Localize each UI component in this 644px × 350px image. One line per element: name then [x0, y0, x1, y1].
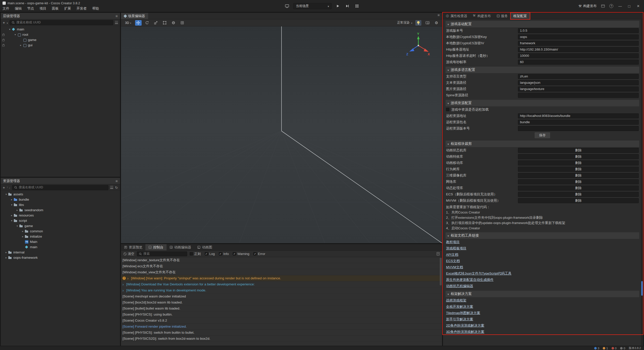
console-filter[interactable]: Warning	[233, 252, 249, 256]
solution-link[interactable]: 新手引导解决方案	[446, 317, 473, 322]
help-icon[interactable]	[609, 4, 613, 8]
section-header-modules[interactable]: 框架模块裁剪	[446, 141, 639, 147]
inspector-tab[interactable]: 服务	[494, 13, 511, 19]
menu-item[interactable]: 文件	[3, 6, 9, 11]
scene-camera-button[interactable]	[424, 20, 430, 26]
asset-node-row[interactable]: common	[1, 229, 120, 234]
info-count[interactable]: 3	[594, 347, 599, 350]
scene-editor-tab[interactable]: 场景编辑器	[121, 13, 148, 19]
solution-link[interactable]: 2D角色扮演游戏解决方案	[446, 323, 484, 328]
inspector-tab[interactable]: 构建发布	[470, 13, 494, 19]
doc-link[interactable]: 游戏模板项目	[446, 246, 466, 251]
config-input[interactable]: zh,en	[518, 74, 639, 79]
package-icon[interactable]	[601, 5, 605, 8]
clear-console-button[interactable]: 清空	[124, 252, 134, 256]
filter-icon[interactable]	[115, 21, 118, 24]
remote-load-checkbox[interactable]	[446, 108, 449, 111]
delete-module-button[interactable]: 删除	[518, 148, 639, 153]
log-row[interactable]: [Scene] Cocos Creator v3.8.2	[121, 318, 442, 324]
expand-arrow-icon[interactable]	[4, 256, 8, 259]
render-mode-select[interactable]: 正常渲染	[397, 21, 412, 25]
config-input[interactable]: 10000	[518, 53, 639, 58]
rotate-tool-button[interactable]	[144, 20, 150, 26]
refresh-icon[interactable]	[115, 186, 118, 190]
inspector-tab[interactable]: 属性检查器	[443, 13, 470, 19]
open-log-file-icon[interactable]	[437, 252, 439, 255]
scale-tool-button[interactable]	[153, 20, 159, 26]
console-tab[interactable]: 控制台	[145, 244, 167, 250]
menu-item[interactable]: 编辑	[15, 6, 22, 11]
console-filter[interactable]: 正则	[190, 252, 201, 256]
step-button[interactable]	[344, 3, 351, 9]
expand-arrow-icon[interactable]	[21, 235, 25, 238]
expand-arrow-icon[interactable]	[10, 214, 14, 217]
expand-arrow-icon[interactable]	[10, 219, 14, 222]
scene-viewport[interactable]: Y X Z	[121, 26, 442, 243]
preview-device-icon[interactable]	[284, 3, 290, 9]
log-row[interactable]: [Window] render_texture文件夹不存在	[121, 257, 442, 263]
console-filter[interactable]: Info	[219, 252, 229, 256]
console-filter[interactable]: Error	[253, 252, 265, 256]
log-row[interactable]: [Scene] [box2d]:box2d wasm lib loaded.	[121, 299, 442, 305]
expand-arrow-icon[interactable]	[15, 209, 19, 211]
move-tool-button[interactable]	[135, 20, 142, 26]
build-publish-button[interactable]: 构建发布	[578, 4, 597, 8]
log-row[interactable]: [Scene] [PHYSICS]: switch from builtin t…	[121, 330, 442, 336]
delete-module-button[interactable]: 删除	[518, 192, 639, 197]
inspector-tab[interactable]: 框架配置	[511, 13, 530, 19]
log-row[interactable]: [Scene] [PHYSICS2D]: switch from box2d-w…	[121, 336, 442, 342]
doc-link[interactable]: 动画状态机编辑器	[446, 284, 473, 288]
asset-node-row[interactable]: script	[1, 218, 120, 223]
minimize-button[interactable]	[618, 4, 622, 8]
log-row[interactable]: [Window] You are running Vue in developm…	[121, 287, 442, 293]
config-input[interactable]: http://localhost:8083/assets/bundle	[518, 113, 639, 118]
solution-link[interactable]: Tiledmap地图解决方案	[446, 311, 480, 315]
doc-link[interactable]: ECS文档	[446, 259, 460, 263]
snap-grid-button[interactable]	[179, 20, 186, 26]
layout-grid-icon[interactable]	[354, 3, 360, 9]
console-tab[interactable]: 动画图	[194, 244, 215, 250]
expand-log-icon[interactable]	[123, 288, 125, 292]
delete-module-button[interactable]: 删除	[518, 186, 639, 191]
solution-link[interactable]: 战棋游戏框架	[446, 298, 466, 303]
expand-arrow-icon[interactable]	[15, 225, 19, 227]
config-input[interactable]: 1.0.5	[518, 28, 639, 33]
delete-module-button[interactable]: 删除	[518, 179, 639, 184]
scene-light-toggle[interactable]	[415, 20, 421, 26]
panel-menu-icon[interactable]	[115, 179, 118, 183]
config-input[interactable]: bundle	[518, 120, 639, 125]
scene-select[interactable]: 当前场景	[293, 3, 332, 9]
add-asset-button[interactable]	[3, 185, 5, 190]
expand-arrow-icon[interactable]	[4, 251, 8, 254]
menu-item[interactable]: 项目	[39, 6, 46, 11]
solution-link[interactable]: 3D角色扮演游戏解决方案	[446, 330, 484, 334]
console-tab[interactable]: 资源预览	[121, 244, 145, 250]
config-input[interactable]: oops	[518, 34, 639, 39]
transform-space-button[interactable]	[170, 20, 177, 26]
hierarchy-node-row[interactable]: game	[1, 37, 120, 42]
asset-node-row[interactable]: Main	[1, 239, 120, 244]
expand-arrow-icon[interactable]	[21, 230, 25, 233]
console-scrollbar[interactable]	[440, 258, 442, 285]
hierarchy-node-row[interactable]: root	[1, 32, 120, 37]
asset-node-row[interactable]: libs	[1, 202, 120, 207]
menu-item[interactable]: 开发者	[76, 6, 87, 11]
section-header-solutions[interactable]: 框架解决方案	[446, 291, 639, 297]
lock-icon[interactable]	[2, 45, 5, 47]
menu-item[interactable]: 帮助	[92, 6, 99, 11]
asset-node-row[interactable]: seedrandom	[1, 207, 120, 213]
asset-node-row[interactable]: internal	[1, 250, 120, 255]
menu-item[interactable]: 扩展	[64, 6, 71, 11]
panel-menu-icon[interactable]	[115, 14, 118, 18]
log-row[interactable]: [Scene] [bullet]:bullet wasm lib loaded.	[121, 305, 442, 312]
rect-tool-button[interactable]	[162, 20, 168, 26]
menu-item[interactable]: 节点	[27, 6, 34, 11]
asset-node-row[interactable]: main	[1, 244, 120, 250]
maximize-button[interactable]	[627, 4, 631, 8]
expand-arrow-icon[interactable]	[10, 203, 14, 206]
log-row[interactable]: [Window] Download the Vue Devtools exten…	[121, 281, 442, 287]
delete-module-button[interactable]: 删除	[518, 160, 639, 165]
log-row[interactable]: [Window] [Vue warn]: Property "onInput" …	[121, 275, 442, 281]
assets-search-input[interactable]: 搜索名称或 UUID	[12, 185, 109, 190]
hierarchy-node-row[interactable]: gui	[1, 42, 120, 48]
